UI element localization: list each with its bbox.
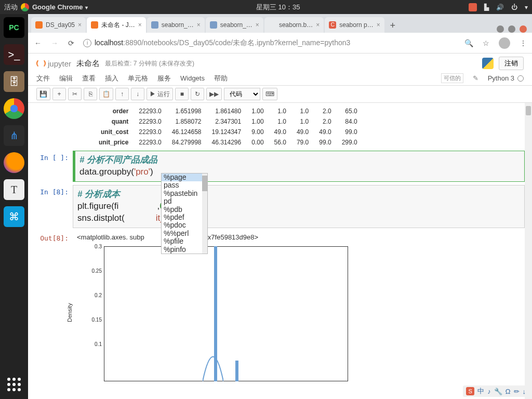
- indicator-area[interactable]: ▙ 🔊 ⏻ ▾: [469, 3, 528, 11]
- autocomplete-item[interactable]: pd: [162, 197, 202, 205]
- nav-reload-icon[interactable]: ⟳: [66, 39, 76, 47]
- trusted-badge[interactable]: 可信的: [441, 73, 463, 83]
- menu-view[interactable]: 查看: [82, 74, 96, 83]
- paste-button[interactable]: 📋: [99, 88, 113, 100]
- copy-button[interactable]: ⎘: [84, 88, 97, 100]
- code-cell-editing[interactable]: In [ ]: # 分析不同产品成品 data.groupby('pro') %…: [31, 151, 525, 182]
- clock[interactable]: 星期三 10：35: [88, 3, 469, 12]
- dock-app-icon[interactable]: ⌘: [4, 206, 24, 227]
- move-up-button[interactable]: ↑: [115, 88, 129, 100]
- browser-menu-icon[interactable]: ⋮: [520, 39, 527, 47]
- power-icon[interactable]: ⏻: [511, 4, 517, 11]
- menu-file[interactable]: 文件: [36, 74, 50, 83]
- dock-vscode-icon[interactable]: ⋔: [4, 125, 24, 146]
- tab-close-icon[interactable]: ×: [78, 21, 82, 29]
- ime-tool-icon[interactable]: 🔧: [494, 388, 502, 395]
- ime-omega-icon[interactable]: Ω: [506, 388, 511, 395]
- tab-1[interactable]: 未命名 - J…×: [87, 17, 146, 33]
- menu-kernel[interactable]: 服务: [157, 74, 171, 83]
- notebook-title[interactable]: 未命名: [76, 59, 100, 69]
- autocomplete-item[interactable]: %page: [162, 174, 202, 181]
- logout-button[interactable]: 注销: [499, 57, 524, 70]
- nav-back-icon[interactable]: ←: [33, 39, 43, 47]
- tab-close-icon[interactable]: ×: [138, 21, 142, 29]
- kernel-indicator[interactable]: Python 3: [488, 74, 524, 82]
- restart-button[interactable]: ↻: [191, 88, 204, 100]
- command-palette-button[interactable]: ⌨: [262, 88, 277, 100]
- dock-show-apps-icon[interactable]: [4, 374, 24, 395]
- menu-edit[interactable]: 编辑: [59, 74, 73, 83]
- insert-cell-button[interactable]: +: [52, 88, 66, 100]
- move-down-button[interactable]: ↓: [131, 88, 144, 100]
- menu-help[interactable]: 帮助: [214, 74, 228, 83]
- edit-mode-icon[interactable]: ✎: [473, 74, 478, 82]
- tab-close-icon[interactable]: ×: [197, 21, 201, 29]
- new-tab-button[interactable]: +: [385, 18, 400, 33]
- ime-pen-icon[interactable]: ✏: [514, 388, 520, 395]
- run-button[interactable]: ▶ 运行: [147, 88, 173, 100]
- window-maximize-icon[interactable]: [508, 25, 515, 33]
- cut-button[interactable]: ✂: [68, 88, 82, 100]
- tab-close-icon[interactable]: ×: [377, 21, 380, 29]
- ime-arrow-icon[interactable]: ↓: [523, 388, 526, 395]
- autocomplete-item[interactable]: %%perl: [162, 230, 202, 237]
- code-editor[interactable]: # 分析不同产品成品 data.groupby('pro') %page pas…: [73, 151, 525, 182]
- menu-widgets[interactable]: Widgets: [180, 74, 205, 82]
- menu-cell[interactable]: 单元格: [128, 74, 148, 83]
- autocomplete-item[interactable]: %pdoc: [162, 221, 202, 229]
- autocomplete-scrollbar[interactable]: [202, 174, 207, 254]
- network-icon[interactable]: ▙: [484, 4, 489, 11]
- tab-close-icon[interactable]: ×: [256, 21, 259, 29]
- c-favicon: C: [329, 21, 336, 29]
- autocomplete-item[interactable]: %pdef: [162, 214, 202, 221]
- dock-terminal-icon[interactable]: >_: [4, 44, 24, 65]
- save-button[interactable]: 💾: [36, 88, 50, 100]
- code-editor[interactable]: # 分析成本 plt.figure(figsize=(12,6),dpi=100…: [73, 185, 525, 228]
- window-close-icon[interactable]: [520, 25, 527, 33]
- ime-tray[interactable]: S 中 ♪ 🔧 Ω ✏ ↓: [463, 385, 529, 397]
- site-info-icon[interactable]: i: [83, 39, 91, 47]
- nav-forward-icon[interactable]: →: [50, 39, 59, 47]
- autocomplete-item[interactable]: pass: [162, 181, 202, 189]
- scrollbar[interactable]: [525, 103, 532, 399]
- active-app-label[interactable]: Google Chrome: [32, 3, 88, 11]
- dock-files-icon[interactable]: 🗄: [4, 71, 24, 92]
- jupyter-logo[interactable]: jupyter: [36, 59, 71, 68]
- scrollbar-thumb[interactable]: [526, 106, 531, 115]
- tab-5[interactable]: Cseaborn p…×: [325, 17, 384, 33]
- activities-label[interactable]: 活动: [4, 3, 18, 12]
- volume-icon[interactable]: 🔊: [496, 4, 504, 11]
- restart-run-all-button[interactable]: ▶▶: [206, 88, 222, 100]
- dock-chrome-icon[interactable]: [4, 98, 24, 119]
- sogou-icon[interactable]: S: [466, 387, 474, 395]
- tab-2[interactable]: seaborn_…×: [147, 17, 205, 33]
- ime-lang[interactable]: 中: [477, 387, 484, 396]
- notebook-area[interactable]: order22293.01.6519981.8614801.001.01.02.…: [28, 103, 532, 399]
- interrupt-button[interactable]: ■: [175, 88, 189, 100]
- cell-type-select[interactable]: 代码: [224, 88, 260, 100]
- bookmark-star-icon[interactable]: ☆: [483, 39, 489, 47]
- dock-text-icon[interactable]: T: [4, 179, 24, 200]
- tab-4[interactable]: seaborn.b…×: [264, 17, 324, 33]
- autocomplete-popup[interactable]: %page pass %pastebin pd %pdb %pdef %pdoc…: [161, 173, 208, 254]
- autocomplete-item[interactable]: %pastebin: [162, 190, 202, 197]
- python-logo-icon: [482, 58, 494, 69]
- profile-icon[interactable]: [499, 37, 510, 49]
- system-menu-caret-icon[interactable]: ▾: [525, 4, 528, 11]
- chrome-icon: [21, 3, 29, 11]
- code-cell-8[interactable]: In [8]: # 分析成本 plt.figure(figsize=(12,6)…: [31, 185, 525, 228]
- autocomplete-item[interactable]: %pfile: [162, 237, 202, 245]
- dock-pycharm-icon[interactable]: PC: [4, 17, 24, 38]
- url-field[interactable]: i localhost:8890/notebooks/DS_day05/code…: [83, 38, 457, 48]
- search-icon[interactable]: 🔍: [464, 39, 473, 47]
- menu-insert[interactable]: 插入: [105, 74, 118, 83]
- dock-firefox-icon[interactable]: [4, 152, 24, 173]
- tab-0[interactable]: DS_day05×: [31, 17, 86, 33]
- tab-close-icon[interactable]: ×: [316, 21, 320, 29]
- tab-3[interactable]: seaborn_…×: [206, 17, 263, 33]
- window-minimize-icon[interactable]: [497, 25, 504, 33]
- autocomplete-item[interactable]: %pdb: [162, 206, 202, 214]
- autocomplete-item[interactable]: %pinfo: [162, 246, 202, 254]
- ime-icon[interactable]: ♪: [487, 388, 491, 395]
- ime-indicator-icon[interactable]: [469, 3, 477, 11]
